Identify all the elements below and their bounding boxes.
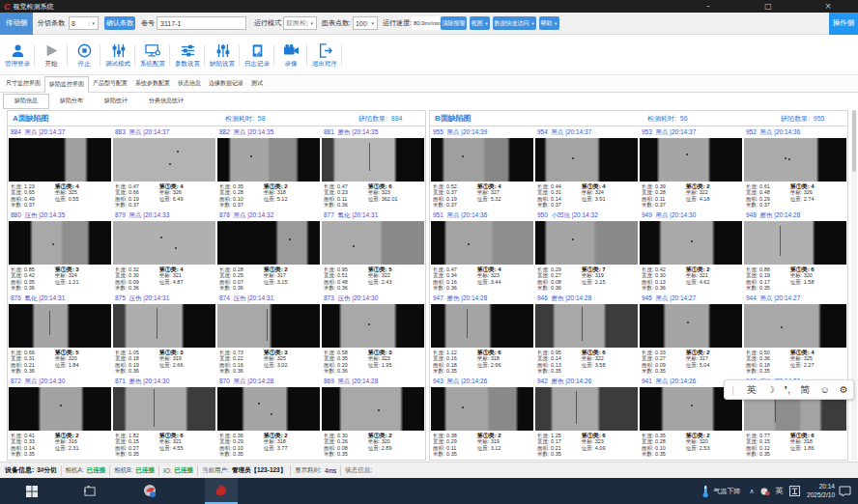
action-button-10[interactable]: 退出程序	[307, 36, 342, 74]
action-button-3[interactable]: 停止	[68, 36, 100, 74]
tray-chevron-icon[interactable]: ∧	[749, 488, 754, 495]
ime-grip[interactable]: ❘	[729, 385, 737, 395]
defect-card[interactable]: 944 黑点 |20:14:27长度: 0.50宽度: 0.36面积: 0.18…	[744, 294, 846, 376]
defect-image[interactable]	[322, 221, 424, 265]
action-button-9[interactable]: 录像	[274, 36, 307, 74]
defect-card[interactable]: 950 小凹坑 |20:14:32长度: 0.29宽度: 0.27面积: 0.0…	[535, 210, 638, 293]
help-menu-button[interactable]: 帮助▼	[539, 16, 559, 30]
defect-image[interactable]	[640, 304, 742, 348]
defect-card[interactable]: 884 黑点 |20:14:37长度: 1.23宽度: 0.65面积: 0.49…	[9, 127, 111, 210]
maximize-button[interactable]: □	[738, 0, 798, 13]
thermometer-icon[interactable]	[701, 485, 709, 498]
defect-card[interactable]: 943 黑点 |20:14:26长度: 0.38宽度: 0.29面积: 0.11…	[431, 377, 533, 459]
drive-side-button[interactable]: 传动侧	[0, 13, 33, 35]
defect-image[interactable]	[744, 304, 846, 348]
defect-image[interactable]	[640, 138, 742, 182]
defect-image[interactable]	[535, 138, 638, 182]
defect-card[interactable]: 873 压伤 |20:14:30长度: 0.58宽度: 0.35面积: 0.20…	[322, 294, 424, 376]
defect-image[interactable]	[640, 221, 742, 265]
tab-1[interactable]: 尺寸监控界面	[2, 75, 44, 92]
defect-card[interactable]: 955 黑点 |20:14:39长度: 0.52宽度: 0.37面积: 0.19…	[431, 127, 533, 210]
ime-item-3[interactable]: ❜,	[785, 384, 790, 395]
defect-card[interactable]: 951 黑点 |20:14:36长度: 0.47宽度: 0.34面积: 0.16…	[431, 210, 533, 293]
defect-card[interactable]: 952 黑点 |20:14:36长度: 0.61宽度: 0.48面积: 0.29…	[744, 127, 846, 210]
defect-image[interactable]	[431, 138, 533, 182]
ime-toolbar[interactable]: ❘英☽❜,简☺⚙	[724, 379, 854, 400]
ime-item-1[interactable]: 英	[747, 383, 757, 397]
confirm-count-button[interactable]: 确认条数	[104, 16, 135, 30]
clear-alarm-button[interactable]: 清除报警	[441, 16, 467, 30]
defect-card[interactable]: 874 压伤 |20:14:31长度: 0.73宽度: 0.22面积: 0.16…	[217, 294, 320, 376]
defect-image[interactable]	[431, 304, 533, 348]
action-button-7[interactable]: 缺陷设置	[205, 36, 240, 74]
defect-card[interactable]: 875 压伤 |20:14:31长度: 1.05宽度: 0.18面积: 0.19…	[113, 294, 215, 376]
taskbar-active-app-icon[interactable]	[205, 478, 238, 504]
defect-card[interactable]: 947 擦伤 |20:14:28长度: 1.12宽度: 0.16面积: 0.18…	[431, 294, 533, 376]
tray-app-icon[interactable]	[760, 487, 770, 496]
tab-2[interactable]: 缺陷监控界面	[44, 76, 89, 93]
close-button[interactable]: ×	[798, 0, 858, 13]
defect-image[interactable]	[113, 221, 215, 265]
slit-count-select[interactable]: 8▼	[69, 16, 99, 30]
defect-image[interactable]	[744, 138, 846, 182]
roll-number-input[interactable]: 3117-1	[157, 16, 246, 30]
action-button-4[interactable]: 调试模式	[100, 36, 135, 74]
defect-card[interactable]: 954 黑点 |20:14:37长度: 0.44宽度: 0.31面积: 0.14…	[535, 127, 638, 210]
defect-card[interactable]: 883 黑点 |20:14:37长度: 0.47宽度: 0.66面积: 0.19…	[113, 127, 215, 210]
defect-image[interactable]	[744, 221, 846, 265]
action-button-1[interactable]: 管理登录	[0, 36, 35, 74]
defect-card[interactable]: 882 黑点 |20:14:35长度: 0.35宽度: 0.28面积: 0.10…	[217, 127, 320, 210]
chart-points-select[interactable]: 100▼	[353, 16, 378, 30]
subtab-2[interactable]: 缺陷分布	[49, 94, 94, 109]
ime-tray-icon[interactable]	[789, 486, 800, 496]
action-button-8[interactable]: 日志记录	[240, 36, 274, 74]
defect-image[interactable]	[217, 138, 320, 182]
defect-card[interactable]: 945 黑点 |20:14:27长度: 0.33宽度: 0.27面积: 0.09…	[640, 294, 742, 376]
defect-image[interactable]	[431, 387, 533, 431]
defect-image[interactable]	[431, 221, 533, 265]
defect-image[interactable]	[9, 304, 111, 348]
ime-item-5[interactable]: ☺	[819, 384, 829, 395]
subtab-1[interactable]: 缺陷信息	[3, 94, 49, 109]
action-button-2[interactable]: 开始	[35, 36, 68, 74]
defect-image[interactable]	[113, 304, 215, 348]
defect-image[interactable]	[113, 138, 215, 182]
notification-center-icon[interactable]	[839, 486, 858, 497]
defect-image[interactable]	[9, 138, 111, 182]
defect-card[interactable]: 953 黑点 |20:14:37长度: 0.39宽度: 0.28面积: 0.11…	[640, 127, 742, 210]
run-mode-select[interactable]: 双面检测▼	[283, 16, 317, 30]
weather-text[interactable]: 气温下降	[713, 487, 740, 496]
taskbar-app-icon[interactable]	[133, 478, 166, 504]
defect-image[interactable]	[535, 304, 638, 348]
view-menu-button[interactable]: 视图▼	[470, 16, 490, 30]
start-button[interactable]	[15, 478, 48, 504]
action-button-5[interactable]: 系统配置	[135, 36, 170, 74]
defect-image[interactable]	[322, 387, 424, 431]
taskbar-clock[interactable]: 20:14 2025/2/10	[807, 483, 835, 499]
defect-image[interactable]	[535, 221, 638, 265]
scrollbar[interactable]	[851, 110, 857, 461]
defect-image[interactable]	[217, 221, 320, 265]
defect-card[interactable]: 869 黑点 |20:14:28长度: 0.30宽度: 0.26面积: 0.08…	[322, 377, 424, 459]
defect-card[interactable]: 946 擦伤 |20:14:28长度: 0.95宽度: 0.14面积: 0.13…	[535, 294, 638, 376]
minimize-button[interactable]: –	[678, 0, 738, 13]
defect-card[interactable]: 870 黑点 |20:14:28长度: 0.36宽度: 0.29面积: 0.10…	[217, 377, 320, 459]
defect-card[interactable]: 871 擦伤 |20:14:30长度: 1.82宽度: 0.15面积: 0.27…	[113, 377, 215, 459]
tab-6[interactable]: 边缘数据记录	[205, 75, 247, 92]
defect-image[interactable]	[535, 387, 638, 431]
ime-item-6[interactable]: ⚙	[840, 384, 848, 395]
defect-card[interactable]: 942 擦伤 |20:14:26长度: 1.25宽度: 0.17面积: 0.21…	[535, 377, 638, 459]
defect-image[interactable]	[217, 387, 320, 431]
defect-card[interactable]: 881 擦伤 |20:14:35长度: 0.47宽度: 0.23面积: 0.11…	[322, 127, 424, 210]
subtab-4[interactable]: 分类信息统计	[138, 94, 194, 109]
language-indicator[interactable]: 英	[776, 486, 785, 497]
defect-card[interactable]: 876 氧化 |20:14:31长度: 0.66宽度: 0.31面积: 0.21…	[9, 294, 111, 376]
defect-card[interactable]: 879 黑点 |20:14:33长度: 0.32宽度: 0.30面积: 0.09…	[113, 210, 215, 293]
tab-4[interactable]: 系统参数配置	[131, 75, 174, 92]
ime-item-2[interactable]: ☽	[766, 384, 775, 395]
tab-3[interactable]: 产品型号配置	[89, 75, 131, 92]
defect-card[interactable]: 877 氧化 |20:14:31长度: 0.95宽度: 0.51面积: 0.48…	[322, 210, 424, 293]
defect-card[interactable]: 880 压伤 |20:14:35长度: 0.85宽度: 0.42面积: 0.35…	[9, 210, 111, 293]
tab-7[interactable]: 测试	[247, 75, 267, 92]
defect-image[interactable]	[9, 221, 111, 265]
